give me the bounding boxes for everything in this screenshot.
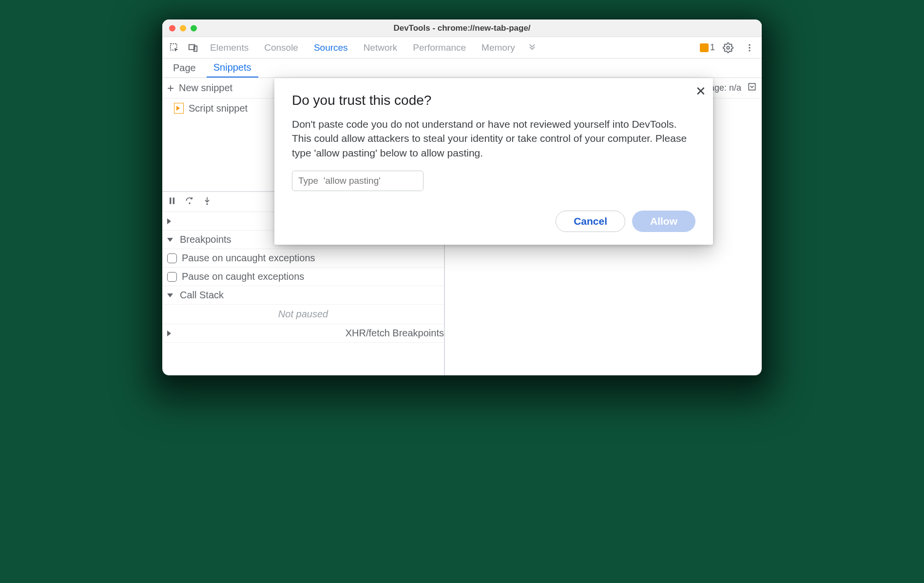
pause-caught-row[interactable]: Pause on caught exceptions (162, 268, 444, 286)
xhr-breakpoints-label: XHR/fetch Breakpoints (346, 328, 444, 339)
pause-uncaught-row[interactable]: Pause on uncaught exceptions (162, 249, 444, 268)
svg-rect-12 (749, 83, 755, 90)
pause-caught-label: Pause on caught exceptions (182, 271, 304, 282)
cancel-button[interactable]: Cancel (556, 211, 625, 232)
close-window-button[interactable] (169, 25, 175, 31)
window-title: DevTools - chrome://new-tab-page/ (162, 23, 762, 33)
plus-icon: + (167, 82, 174, 94)
dialog-title: Do you trust this code? (292, 93, 695, 108)
xhr-breakpoints-row[interactable]: XHR/fetch Breakpoints (162, 324, 444, 343)
warning-icon (700, 43, 709, 52)
issues-badge[interactable]: 1 (700, 42, 715, 53)
step-into-icon[interactable] (202, 196, 212, 208)
coverage-dropdown-icon[interactable] (747, 82, 757, 94)
svg-point-6 (749, 50, 750, 51)
chevron-right-icon (167, 330, 339, 336)
checkbox-caught[interactable] (167, 272, 177, 282)
trust-code-dialog: ✕ Do you trust this code? Don't paste co… (274, 78, 713, 245)
svg-rect-8 (173, 197, 174, 204)
svg-rect-7 (170, 197, 171, 204)
allow-button[interactable]: Allow (632, 211, 695, 232)
svg-point-3 (727, 46, 730, 49)
chevron-down-icon (167, 238, 173, 242)
subtab-page[interactable]: Page (166, 58, 203, 78)
allow-button-label: Allow (650, 215, 677, 227)
pause-icon[interactable] (167, 196, 177, 208)
tab-console[interactable]: Console (257, 42, 305, 53)
snippet-file-icon (174, 103, 184, 114)
tab-elements[interactable]: Elements (203, 42, 255, 53)
svg-point-11 (206, 203, 208, 205)
window-controls (169, 25, 197, 31)
svg-point-9 (189, 202, 190, 204)
tab-performance[interactable]: Performance (406, 42, 473, 53)
call-stack-row[interactable]: Call Stack (162, 286, 444, 305)
minimize-window-button[interactable] (180, 25, 186, 31)
inspect-element-icon[interactable] (166, 39, 183, 56)
chevron-down-icon (167, 293, 173, 297)
cancel-button-label: Cancel (574, 215, 607, 227)
tab-network[interactable]: Network (357, 42, 404, 53)
device-toolbar-icon[interactable] (185, 39, 201, 56)
dialog-body: Don't paste code you do not understand o… (292, 117, 695, 160)
svg-point-5 (749, 47, 750, 48)
settings-icon[interactable] (720, 39, 736, 56)
call-stack-label: Call Stack (180, 290, 224, 301)
snippet-file-label: Script snippet (189, 103, 248, 114)
more-tabs-icon[interactable] (524, 39, 540, 56)
new-snippet-label: New snippet (179, 82, 232, 94)
titlebar: DevTools - chrome://new-tab-page/ (162, 19, 762, 37)
devtools-window: DevTools - chrome://new-tab-page/ Elemen… (162, 19, 762, 375)
pause-uncaught-label: Pause on uncaught exceptions (182, 253, 315, 264)
close-icon[interactable]: ✕ (695, 84, 706, 99)
call-stack-not-paused: Not paused (162, 305, 444, 324)
allow-pasting-input[interactable] (292, 171, 424, 191)
zoom-window-button[interactable] (191, 25, 197, 31)
issues-count: 1 (710, 42, 715, 53)
checkbox-uncaught[interactable] (167, 253, 177, 263)
step-over-icon[interactable] (185, 196, 194, 208)
breakpoints-label: Breakpoints (180, 234, 231, 245)
kebab-menu-icon[interactable] (741, 39, 758, 56)
sources-subtabstrip: Page Snippets (162, 58, 762, 78)
tab-memory[interactable]: Memory (475, 42, 522, 53)
subtab-snippets[interactable]: Snippets (207, 58, 258, 78)
tab-sources[interactable]: Sources (307, 42, 355, 53)
svg-point-4 (749, 44, 750, 45)
main-tabstrip: Elements Console Sources Network Perform… (162, 37, 762, 58)
